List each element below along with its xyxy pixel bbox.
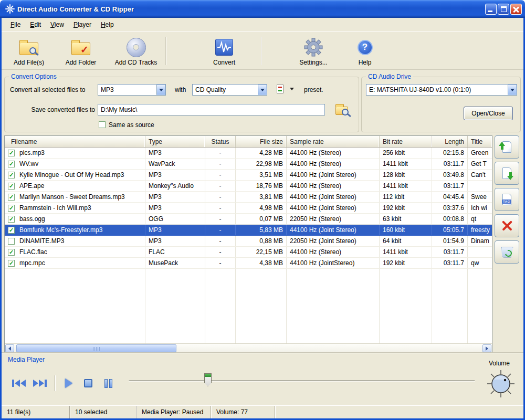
title-cell: Ich wi: [468, 203, 492, 213]
menu-edit[interactable]: Edit: [25, 19, 46, 30]
length-cell: 04:45.4: [432, 192, 468, 202]
add-files-button[interactable]: Add File(s): [3, 34, 55, 68]
bitrate-cell: 192 kbit: [380, 203, 432, 213]
file-checkbox[interactable]: ✓: [8, 194, 15, 201]
size-cell: 0,88 MB: [236, 236, 287, 246]
chevron-down-icon[interactable]: [156, 85, 165, 95]
remove-button[interactable]: [495, 214, 519, 237]
settings-button[interactable]: Settings...: [284, 34, 343, 68]
edit-tag-button[interactable]: TAG: [495, 188, 519, 211]
tag-icon: TAG: [502, 194, 511, 205]
size-cell: 0,07 MB: [236, 214, 287, 224]
scroll-right-arrow[interactable]: [482, 344, 491, 352]
table-row[interactable]: DINAMITE.MP3MP3-0,88 MB22050 Hz (Joint S…: [5, 236, 492, 247]
add-cd-tracks-button[interactable]: Add CD Tracks: [107, 34, 165, 68]
volume-knob[interactable]: [484, 367, 518, 401]
column-header-sample-rate[interactable]: Sample rate: [287, 136, 380, 147]
menu-help[interactable]: Help: [96, 19, 119, 30]
move-up-button[interactable]: [495, 135, 519, 159]
format-combobox[interactable]: MP3: [98, 84, 166, 96]
size-cell: 4,98 MB: [236, 203, 287, 213]
quality-combobox[interactable]: CD Quality: [192, 84, 267, 96]
file-checkbox[interactable]: ✓: [8, 150, 15, 156]
menu-view[interactable]: View: [46, 19, 69, 30]
table-row[interactable]: ✓WV.wvWavPack-22,98 MB44100 Hz (Stereo)1…: [5, 159, 492, 170]
menu-file[interactable]: File: [6, 19, 25, 30]
table-row[interactable]: ✓mpc.mpcMusePack-4,38 MB44100 Hz (JointS…: [5, 258, 492, 269]
seek-slider-track[interactable]: [129, 380, 475, 382]
file-checkbox[interactable]: ✓: [8, 205, 15, 212]
column-header-length[interactable]: Length: [432, 136, 468, 147]
size-cell: 4,38 MB: [236, 258, 287, 268]
status-panel: Volume: 77: [211, 406, 275, 418]
sample-cell: 44100 Hz (JointStereo): [287, 258, 380, 268]
sample-cell: 44100 Hz (Joint Stereo): [287, 192, 380, 202]
help-icon: ?: [358, 36, 373, 59]
menu-player[interactable]: Player: [69, 19, 96, 30]
table-row[interactable]: ✓Kylie Minogue - Out Of My Head.mp3MP3-3…: [5, 170, 492, 181]
next-track-button[interactable]: [32, 380, 48, 387]
open-close-button[interactable]: Open/Close: [464, 107, 513, 120]
add-folder-button[interactable]: ✓ Add Folder: [55, 34, 107, 68]
file-checkbox[interactable]: ✓: [8, 161, 15, 167]
type-cell: WavPack: [145, 159, 205, 169]
column-header-filename[interactable]: Filename: [5, 136, 145, 147]
chevron-down-icon[interactable]: [508, 85, 517, 95]
title-cell: qt: [468, 214, 492, 224]
cd-drive-combobox[interactable]: E: MATSHITA UJ-840D v1.00 (0:1:0): [366, 84, 517, 96]
horizontal-scrollbar[interactable]: [5, 343, 492, 352]
scrollbar-thumb[interactable]: [16, 344, 176, 352]
bitrate-cell: 1411 kbit: [380, 181, 432, 191]
column-header-status[interactable]: Status: [205, 136, 236, 147]
same-as-source-label: Same as source: [109, 121, 154, 129]
file-checkbox[interactable]: ✓: [8, 172, 15, 178]
table-row[interactable]: ✓Rammstein - Ich Will.mp3MP3-4,98 MB4410…: [5, 203, 492, 214]
file-list-body: ✓pics.mp3MP3-4,28 MB44100 Hz (Stereo)256…: [5, 148, 492, 343]
file-checkbox[interactable]: ✓: [8, 260, 15, 267]
file-checkbox[interactable]: ✓: [8, 216, 15, 223]
file-checkbox[interactable]: ✓: [8, 249, 15, 256]
column-header-title[interactable]: Title: [468, 136, 492, 147]
scroll-left-arrow[interactable]: [5, 344, 14, 352]
clear-list-button[interactable]: [495, 240, 519, 264]
column-header-bit-rate[interactable]: Bit rate: [380, 136, 432, 147]
seek-slider-thumb[interactable]: [204, 373, 212, 386]
table-row[interactable]: ✓APE.apeMonkey''s Audio-18,76 MB44100 Hz…: [5, 181, 492, 192]
table-row[interactable]: ✓Marilyn Manson - Sweet Dreams.mp3MP3-3,…: [5, 192, 492, 203]
same-as-source-checkbox[interactable]: [99, 121, 106, 128]
size-cell: 18,76 MB: [236, 181, 287, 191]
filename-text: mpc.mpc: [19, 259, 45, 267]
previous-track-button[interactable]: [10, 380, 27, 387]
table-row[interactable]: ✓bass.oggOGG-0,07 MB22050 Hz (Stereo)63 …: [5, 214, 492, 225]
table-row[interactable]: ✓FLAC.flacFLAC-22,15 MB44100 Hz (Stereo)…: [5, 247, 492, 258]
help-button[interactable]: ? Help: [345, 34, 385, 68]
sample-cell: 44100 Hz (Joint Stereo): [287, 225, 380, 235]
maximize-button[interactable]: [498, 4, 509, 15]
type-cell: MP3: [145, 225, 205, 235]
close-button[interactable]: [510, 4, 522, 15]
move-down-button[interactable]: [495, 162, 519, 185]
client-area: FileEditViewPlayerHelp Add File(s) ✓ Add…: [0, 18, 525, 420]
preset-icon[interactable]: [277, 85, 284, 93]
preset-dropdown-arrow[interactable]: [290, 88, 294, 90]
stop-button[interactable]: [83, 379, 93, 387]
file-checkbox[interactable]: ✓: [8, 183, 15, 190]
save-path-input[interactable]: [98, 104, 325, 116]
file-checkbox[interactable]: [8, 238, 15, 245]
title-bar: Direct Audio Converter & CD Ripper: [0, 0, 525, 18]
chevron-down-icon[interactable]: [258, 85, 267, 95]
minimize-button[interactable]: [485, 4, 497, 15]
length-cell: 03:11.7: [432, 181, 468, 191]
table-row[interactable]: ✓pics.mp3MP3-4,28 MB44100 Hz (Stereo)256…: [5, 148, 492, 159]
type-cell: MP3: [145, 203, 205, 213]
column-header-file-size[interactable]: File size: [236, 136, 287, 147]
pause-button[interactable]: [103, 379, 113, 388]
column-header-type[interactable]: Type: [145, 136, 205, 147]
convert-button[interactable]: Convert: [195, 34, 254, 68]
table-row[interactable]: ✓Bomfunk Mc's-Freestyler.mp3MP3-5,83 MB4…: [5, 225, 492, 236]
browse-folder-icon[interactable]: [335, 104, 349, 115]
play-button[interactable]: [63, 379, 75, 388]
length-cell: 03:11.7: [432, 258, 468, 268]
file-checkbox[interactable]: ✓: [8, 227, 15, 234]
type-cell: MP3: [145, 236, 205, 246]
